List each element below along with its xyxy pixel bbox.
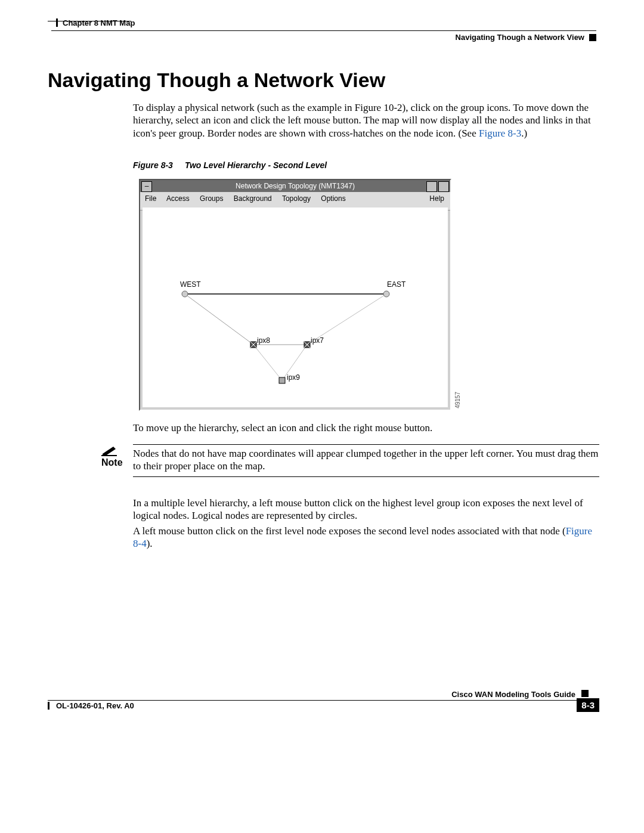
page-number: 8-3	[577, 698, 599, 712]
svg-point-6	[182, 291, 188, 297]
footer-bar-icon	[48, 702, 49, 710]
page-title: Navigating Though a Network View	[48, 69, 385, 92]
svg-rect-14	[279, 377, 285, 383]
menu-help[interactable]: Help	[429, 194, 444, 203]
paragraph-second-level: A left mouse button click on the first l…	[133, 525, 598, 550]
note-block: Note Nodes that do not have map coordina…	[101, 444, 599, 477]
node-east-label: EAST	[387, 280, 405, 289]
menu-groups[interactable]: Groups	[200, 194, 223, 203]
node-west-label: WEST	[180, 280, 201, 289]
svg-marker-15	[103, 447, 116, 456]
topology-canvas[interactable]: WEST EAST ipx8 ipx7 ipx9	[143, 208, 448, 407]
window-title: Network Design Topology (NMT1347)	[236, 182, 355, 190]
intro-paragraph: To display a physical network (such as t…	[133, 101, 598, 140]
footer-doc-id: OL-10426-01, Rev. A0	[56, 701, 134, 710]
menu-access[interactable]: Access	[166, 194, 190, 203]
note-label: Note	[101, 457, 123, 468]
node-ipx9-label: ipx9	[287, 373, 300, 382]
note-text: Nodes that do not have map coordinates w…	[133, 447, 599, 477]
figure-8-3-link[interactable]: Figure 8-3	[479, 128, 521, 139]
node-ipx7-label: ipx7	[311, 336, 324, 345]
figure-id: 49157	[454, 392, 461, 408]
window-title-bar: – Network Design Topology (NMT1347)	[140, 180, 450, 192]
menu-file[interactable]: File	[145, 194, 156, 203]
menu-background[interactable]: Background	[234, 194, 272, 203]
chapter-breadcrumb: Chapter 8 NMT Map	[56, 18, 135, 27]
svg-line-4	[253, 345, 282, 380]
pencil-icon	[101, 444, 118, 459]
node-ipx8-label: ipx8	[257, 336, 270, 345]
figure-caption: Figure 8-3Two Level Hierarchy - Second L…	[133, 160, 327, 170]
svg-line-1	[185, 294, 253, 345]
header-square-icon	[589, 34, 596, 41]
svg-rect-16	[101, 455, 117, 456]
section-breadcrumb: Navigating Though a Network View	[456, 33, 596, 42]
system-menu-icon[interactable]: –	[141, 181, 152, 192]
menu-topology[interactable]: Topology	[282, 194, 311, 203]
paragraph-move-up: To move up the hierarchy, select an icon…	[133, 422, 598, 434]
menu-options[interactable]: Options	[321, 194, 345, 203]
figure-window: – Network Design Topology (NMT1347) File…	[139, 179, 451, 411]
maximize-icon[interactable]	[438, 181, 449, 192]
svg-point-7	[383, 291, 389, 297]
minimize-icon[interactable]	[426, 181, 437, 192]
footer-square-icon	[581, 690, 589, 697]
footer-book-title: Cisco WAN Modeling Tools Guide	[451, 690, 575, 699]
header-bar-icon	[56, 18, 58, 27]
paragraph-hierarchy: In a multiple level hierarchy, a left mo…	[133, 497, 598, 522]
page-footer: Cisco WAN Modeling Tools Guide OL-10426-…	[48, 690, 599, 720]
